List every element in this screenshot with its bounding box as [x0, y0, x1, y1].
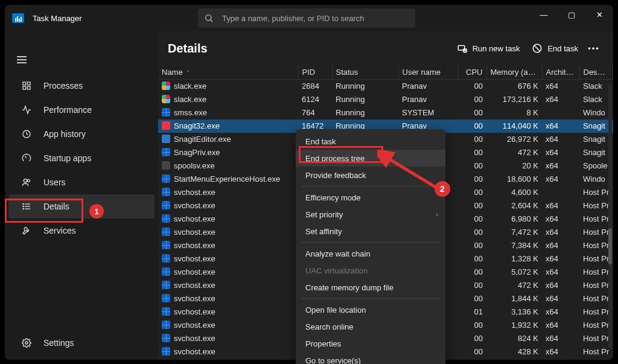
sidebar-item-performance[interactable]: Performance	[8, 98, 154, 122]
ctx-efficiency-mode[interactable]: Efficiency mode	[296, 189, 445, 206]
cell-pid: 6124	[298, 93, 332, 106]
table-row[interactable]: slack.exe2684RunningPranav00676 Kx64Slac…	[158, 80, 613, 93]
col-cpu[interactable]: CPU	[457, 65, 486, 80]
col-name[interactable]: Name˄	[158, 65, 298, 80]
cell-arch: x64	[542, 199, 579, 212]
svg-point-9	[27, 179, 30, 182]
svg-point-16	[25, 342, 28, 344]
svg-rect-2	[23, 82, 26, 85]
maximize-button[interactable]: ▢	[558, 5, 585, 24]
cell-cpu: 00	[457, 120, 486, 133]
run-icon	[457, 43, 468, 54]
cell-memory: 6,980 K	[486, 212, 542, 226]
col-arch[interactable]: Architec...	[542, 65, 579, 80]
ctx-set-priority[interactable]: Set priority›	[296, 206, 445, 223]
table-row[interactable]: smss.exe764RunningSYSTEM008 KWindo	[158, 106, 613, 120]
window-controls: — ▢ ✕	[530, 5, 613, 24]
cell-user: Pranav	[398, 93, 457, 106]
sidebar-item-label: Services	[43, 226, 76, 235]
more-button[interactable]: •••	[584, 40, 604, 57]
cell-pid: 764	[298, 106, 332, 120]
svg-point-8	[24, 179, 27, 182]
minimize-button[interactable]: —	[530, 5, 558, 24]
run-new-task-button[interactable]: Run new task	[451, 39, 526, 57]
chevron-right-icon: ›	[436, 211, 438, 218]
cell-name: StartMenuExperienceHost.exe	[158, 173, 298, 186]
scrollbar-thumb[interactable]	[608, 228, 612, 264]
table-header-row: Name˄ PID Status User name CPU Memory (a…	[158, 65, 613, 80]
ctx-end-process-tree[interactable]: End process tree	[296, 150, 445, 167]
sidebar-item-app-history[interactable]: App history	[8, 122, 154, 146]
process-icon	[162, 121, 170, 130]
app-icon	[12, 13, 24, 23]
col-pid[interactable]: PID	[298, 65, 332, 80]
cell-arch: x64	[542, 345, 579, 359]
ctx-set-affinity[interactable]: Set affinity	[296, 223, 445, 240]
ctx-open-file-location[interactable]: Open file location	[296, 301, 445, 318]
ctx-search-online[interactable]: Search online	[296, 318, 445, 335]
process-icon	[162, 108, 170, 117]
cell-arch: x64	[542, 93, 579, 106]
cell-name: svchost.exe	[158, 305, 298, 319]
cell-memory: 7,384 K	[486, 239, 542, 252]
cell-cpu: 00	[457, 80, 486, 93]
scrollbar-track[interactable]	[608, 83, 612, 349]
ctx-go-to-services[interactable]: Go to service(s)	[296, 352, 445, 364]
cell-memory: 20 K	[486, 159, 542, 173]
sidebar-item-users[interactable]: Users	[8, 170, 154, 194]
cell-arch: x64	[542, 212, 579, 226]
gauge-icon	[21, 153, 33, 163]
end-task-button[interactable]: End task	[526, 39, 584, 57]
cell-name: svchost.exe	[158, 186, 298, 199]
col-memory[interactable]: Memory (ac...	[486, 65, 542, 80]
ctx-properties[interactable]: Properties	[296, 335, 445, 352]
cell-cpu: 00	[457, 266, 486, 279]
cell-name: svchost.exe	[158, 332, 298, 345]
ctx-analyze-wait-chain[interactable]: Analyze wait chain	[296, 245, 445, 262]
search-input[interactable]: Type a name, publisher, or PID to search	[198, 8, 415, 28]
process-icon	[162, 254, 170, 263]
cell-name: spoolsv.exe	[158, 159, 298, 173]
ctx-provide-feedback[interactable]: Provide feedback	[296, 167, 445, 184]
sidebar-item-label: Users	[43, 177, 66, 187]
cell-arch	[542, 186, 579, 199]
cell-name: slack.exe	[158, 80, 298, 93]
cell-name: svchost.exe	[158, 226, 298, 239]
history-icon	[21, 129, 33, 139]
cell-name: Snagit32.exe	[158, 120, 298, 133]
process-icon	[162, 188, 170, 196]
hamburger-button[interactable]	[17, 54, 27, 65]
cell-arch: x64	[542, 252, 579, 266]
cell-name: svchost.exe	[158, 345, 298, 359]
cell-memory: 5,072 K	[486, 266, 542, 279]
context-menu: End task End process tree Provide feedba…	[296, 129, 445, 364]
ctx-create-dump[interactable]: Create memory dump file	[296, 279, 445, 296]
process-icon	[162, 281, 170, 289]
cell-memory: 824 K	[486, 332, 542, 345]
sidebar-item-label: Performance	[43, 105, 92, 115]
cell-name: svchost.exe	[158, 292, 298, 305]
app-title: Task Manager	[33, 14, 82, 23]
cell-memory: 2,604 K	[486, 199, 542, 212]
ctx-separator	[302, 298, 439, 299]
svg-point-14	[23, 206, 24, 206]
svg-rect-3	[27, 82, 30, 85]
sort-indicator-icon: ˄	[186, 69, 190, 76]
sidebar-item-settings[interactable]: Settings	[8, 331, 154, 355]
ctx-separator	[302, 186, 439, 187]
col-status[interactable]: Status	[332, 65, 398, 80]
process-icon	[162, 148, 170, 156]
ctx-end-task[interactable]: End task	[296, 133, 445, 150]
col-user[interactable]: User name	[398, 65, 457, 80]
cell-name: svchost.exe	[158, 239, 298, 252]
cell-cpu: 00	[457, 93, 486, 106]
toolbar: Details Run new task End task •••	[158, 31, 613, 65]
close-button[interactable]: ✕	[585, 5, 613, 24]
table-row[interactable]: slack.exe6124RunningPranav00173,216 Kx64…	[158, 93, 613, 106]
sidebar-item-services[interactable]: Services	[8, 219, 154, 243]
sidebar-item-startup-apps[interactable]: Startup apps	[8, 146, 154, 170]
process-icon	[162, 334, 170, 342]
sidebar-item-details[interactable]: Details	[8, 194, 154, 219]
col-desc[interactable]: Descrip	[579, 65, 613, 80]
sidebar-item-processes[interactable]: Processes	[8, 74, 154, 98]
